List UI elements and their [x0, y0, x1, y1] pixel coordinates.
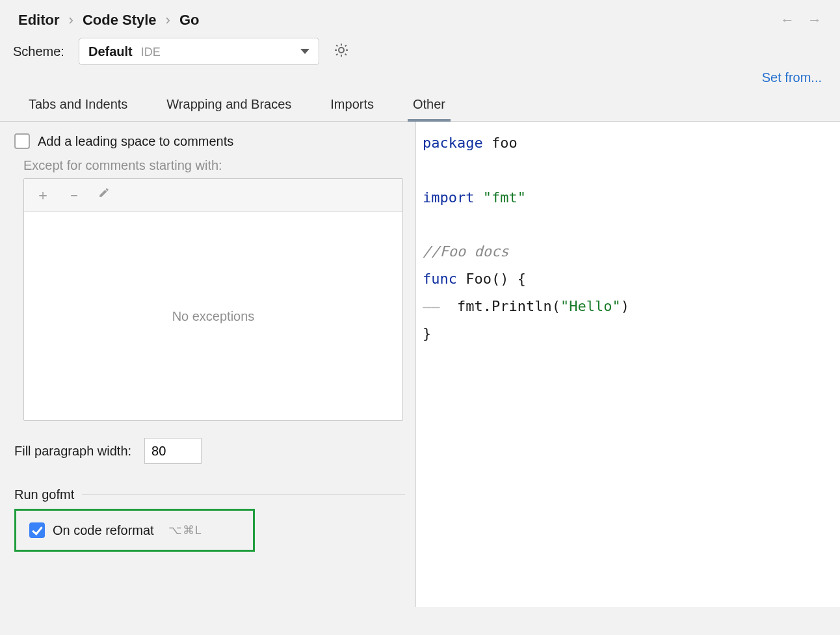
code-text: ) [621, 298, 629, 314]
crumb-go: Go [179, 12, 200, 29]
divider [82, 494, 405, 495]
code-comment: //Foo docs [423, 243, 508, 260]
fill-width-input[interactable] [144, 438, 202, 464]
tab-wrapping[interactable]: Wrapping and Braces [163, 90, 295, 121]
add-icon[interactable]: ＋ [36, 185, 50, 205]
code-kw: func [423, 271, 457, 287]
code-kw: import [423, 189, 474, 206]
tab-other[interactable]: Other [409, 90, 449, 121]
label-leading-space: Add a leading space to comments [38, 134, 233, 149]
shortcut-hint: ⌥⌘L [168, 523, 202, 537]
tabs: Tabs and Indents Wrapping and Braces Imp… [0, 90, 840, 122]
crumb-codestyle[interactable]: Code Style [83, 12, 157, 29]
crumb-editor[interactable]: Editor [18, 12, 60, 29]
scheme-select[interactable]: Default IDE [79, 38, 319, 65]
chevron-down-icon [300, 49, 309, 54]
tab-imports[interactable]: Imports [326, 90, 378, 121]
code-str: "Hello" [560, 298, 621, 314]
code-text: Foo() { [457, 271, 526, 287]
remove-icon[interactable]: － [67, 185, 81, 205]
fill-width-label: Fill paragraph width: [14, 444, 131, 459]
on-reformat-highlight: On code reformat ⌥⌘L [14, 509, 255, 552]
forward-icon[interactable]: → [807, 12, 822, 29]
gofmt-section-label: Run gofmt [14, 487, 74, 502]
except-label: Except for comments starting with: [23, 158, 405, 173]
breadcrumb: Editor › Code Style › Go [18, 12, 199, 29]
set-from-link[interactable]: Set from... [762, 70, 822, 85]
checkbox-on-reformat[interactable] [29, 522, 45, 538]
nav-arrows: ← → [780, 12, 822, 29]
code-text: foo [483, 135, 518, 151]
label-on-reformat: On code reformat [53, 523, 154, 538]
back-icon[interactable]: ← [780, 12, 794, 29]
tab-tabs-indents[interactable]: Tabs and Indents [25, 90, 131, 121]
code-preview: package foo import "fmt" //Foo docs func… [416, 122, 840, 607]
code-str: "fmt" [483, 189, 526, 206]
indent-guide: ―― [423, 298, 440, 314]
code-text [474, 189, 482, 206]
code-kw: package [423, 135, 483, 151]
crumb-sep: › [69, 12, 73, 29]
edit-icon[interactable] [98, 185, 110, 205]
exceptions-list: ＋ － No exceptions [23, 178, 403, 421]
scheme-label: Scheme: [13, 44, 64, 59]
scheme-value: Default [88, 44, 133, 59]
code-text: } [423, 325, 431, 342]
exceptions-empty: No exceptions [24, 212, 402, 420]
checkbox-leading-space[interactable] [14, 133, 30, 149]
scheme-hint: IDE [141, 46, 161, 59]
gear-icon[interactable] [334, 42, 349, 61]
options-panel: Add a leading space to comments Except f… [0, 122, 416, 607]
crumb-sep: › [166, 12, 170, 29]
code-text: fmt.Println( [440, 298, 560, 314]
